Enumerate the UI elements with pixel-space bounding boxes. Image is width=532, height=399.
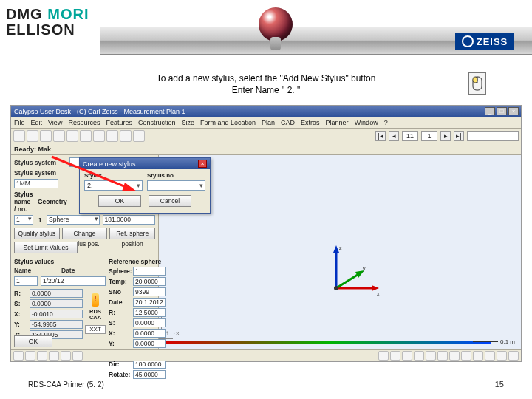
bottom-tool[interactable] xyxy=(437,351,448,361)
dialog-close-button[interactable]: × xyxy=(198,160,207,168)
color-gradient-bar xyxy=(166,341,491,344)
ref-sno: 9399 xyxy=(133,287,166,296)
coverage-input[interactable]: 181.0000 xyxy=(103,215,156,225)
bottom-tool[interactable] xyxy=(390,351,400,361)
value-S: 0.0000 xyxy=(30,299,83,308)
mouse-icon xyxy=(468,72,486,95)
label-dialog-stylusno: Stylus no. xyxy=(147,172,205,179)
bottom-tool[interactable] xyxy=(13,351,24,361)
ref-R: 12.5000 xyxy=(133,308,166,317)
nav-first-button[interactable]: |◂ xyxy=(375,131,386,141)
stylus-name-select[interactable]: 1 xyxy=(14,215,33,225)
maximize-button[interactable]: □ xyxy=(497,107,507,115)
toolbar-button[interactable] xyxy=(13,130,25,142)
name-input[interactable]: 1 xyxy=(14,276,38,286)
svg-text:z: z xyxy=(339,245,342,250)
label-date: Date xyxy=(61,267,106,274)
nav-next-button[interactable]: ▸ xyxy=(440,131,451,141)
bottom-tool[interactable] xyxy=(72,351,83,361)
ref-temp[interactable]: 20.0000 xyxy=(133,277,166,286)
nav-index[interactable]: 11 xyxy=(402,131,418,141)
bottom-toolbar xyxy=(11,349,521,361)
nav-last-button[interactable]: ▸| xyxy=(454,131,464,141)
menu-construction[interactable]: Construction xyxy=(138,119,176,126)
bottom-tool[interactable] xyxy=(473,351,483,361)
svg-point-9 xyxy=(334,286,338,290)
menu-view[interactable]: View xyxy=(48,119,62,126)
bottom-tool[interactable] xyxy=(25,351,35,361)
svg-marker-6 xyxy=(372,285,379,291)
callout-arrow xyxy=(48,153,144,197)
ref-sphere[interactable]: 1 xyxy=(133,267,166,276)
bottom-tool[interactable] xyxy=(414,351,424,361)
dialog-stylusno-input[interactable] xyxy=(147,180,205,191)
value-X: -0.0010 xyxy=(30,310,83,318)
bottom-tool[interactable] xyxy=(61,351,71,361)
nav-prev-button[interactable]: ◂ xyxy=(389,131,399,141)
menu-plan[interactable]: Plan xyxy=(262,119,275,126)
ref-Y: 0.0000 xyxy=(133,339,166,348)
xxt-field[interactable]: XXT xyxy=(85,325,106,334)
menu-extras[interactable]: Extras xyxy=(301,119,320,126)
menu-size[interactable]: Size xyxy=(181,119,194,126)
ref-sphere-pos-button[interactable]: Ref. sphere position xyxy=(109,228,155,239)
ref-X: 0.0000 xyxy=(133,329,166,338)
close-button[interactable]: × xyxy=(508,107,519,115)
value-R: 0.0000 xyxy=(30,289,83,298)
menu-formlocation[interactable]: Form and Location xyxy=(200,119,256,126)
nav-select[interactable] xyxy=(467,131,519,141)
date-input[interactable]: 1/20/12 xyxy=(41,276,106,286)
menu-cad[interactable]: CAD xyxy=(281,119,295,126)
toolbar-button[interactable] xyxy=(53,130,65,142)
warning-icon xyxy=(92,293,99,307)
toolbar-button[interactable] xyxy=(120,130,132,142)
svg-text:x: x xyxy=(377,291,380,296)
bottom-tool[interactable] xyxy=(49,351,59,361)
panel-ok-button[interactable]: OK xyxy=(14,335,52,347)
zeiss-logo: ZEISS xyxy=(455,33,514,50)
menu-edit[interactable]: Edit xyxy=(31,119,43,126)
geometry-select[interactable]: Sphere xyxy=(47,215,100,225)
menu-help[interactable]: ? xyxy=(384,119,388,126)
bottom-tool[interactable] xyxy=(426,351,436,361)
menu-file[interactable]: File xyxy=(14,119,25,126)
toolbar-button[interactable] xyxy=(40,130,52,142)
bottom-tool[interactable] xyxy=(497,351,507,361)
dialog-cancel-button[interactable]: Cancel xyxy=(149,195,191,207)
svg-rect-2 xyxy=(473,77,477,83)
bottom-tool[interactable] xyxy=(402,351,412,361)
svg-line-13 xyxy=(52,157,129,188)
menu-features[interactable]: Features xyxy=(106,119,132,126)
menu-planner[interactable]: Planner xyxy=(326,119,349,126)
svg-marker-8 xyxy=(355,270,364,278)
toolbar-button[interactable] xyxy=(133,130,145,142)
mid-icons: RDSCAA XXT xyxy=(85,293,106,341)
bottom-tool[interactable] xyxy=(37,351,47,361)
slide-header: DMG MORI ELLISON ZEISS xyxy=(0,0,532,66)
toolbar-button[interactable] xyxy=(66,130,78,142)
change-stylus-pos-button[interactable]: Change stylus pos. xyxy=(62,228,108,239)
toolbar-button[interactable] xyxy=(93,130,105,142)
label-ref-sphere: Reference sphere xyxy=(109,258,166,265)
value-Y: -54.9985 xyxy=(30,320,83,329)
ref-date: 20.1.2012 xyxy=(133,298,166,307)
toolbar-button[interactable] xyxy=(80,130,92,142)
bottom-tool[interactable] xyxy=(461,351,471,361)
brand-dmg: DMG xyxy=(6,6,47,22)
menu-bar: File Edit View Resources Features Constr… xyxy=(11,117,521,129)
bottom-tool[interactable] xyxy=(378,351,389,361)
svg-line-7 xyxy=(336,273,360,288)
bottom-tool[interactable] xyxy=(485,351,495,361)
toolbar-button[interactable] xyxy=(27,130,38,142)
bottom-tool[interactable] xyxy=(449,351,460,361)
toolbar-button[interactable] xyxy=(106,130,118,142)
label-stylus-values: Stylus values xyxy=(14,258,106,265)
qualify-stylus-button[interactable]: Qualify stylus xyxy=(14,228,60,239)
set-limit-values-button[interactable]: Set Limit Values xyxy=(14,242,78,253)
menu-window[interactable]: Window xyxy=(355,119,378,126)
bottom-tool[interactable] xyxy=(508,351,519,361)
ref-rot: 45.0000 xyxy=(133,370,166,379)
menu-resources[interactable]: Resources xyxy=(68,119,100,126)
svg-marker-14 xyxy=(122,183,137,191)
minimize-button[interactable]: _ xyxy=(485,107,495,115)
